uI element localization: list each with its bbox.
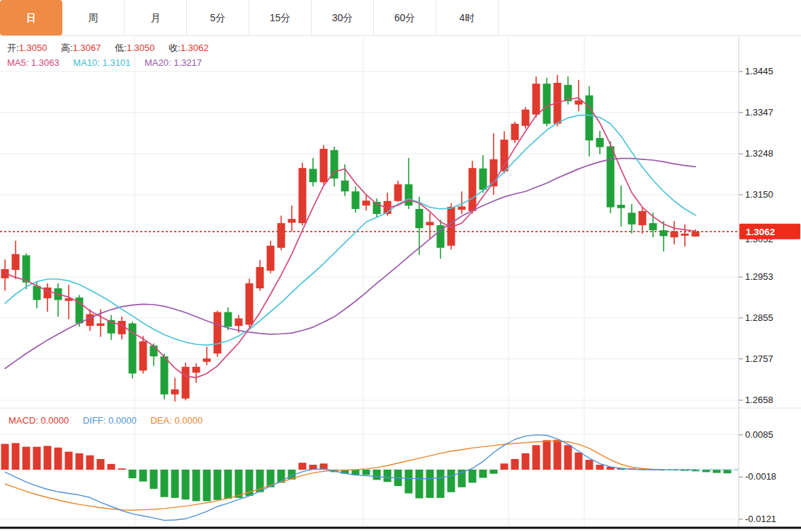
macd-bar xyxy=(564,445,572,470)
period-gridlines xyxy=(135,37,584,526)
candle xyxy=(341,181,349,191)
ma5-value: 1.3063 xyxy=(31,57,59,68)
tab-30min[interactable]: 30分 xyxy=(312,0,374,35)
macd-bar xyxy=(373,470,381,480)
period-tabbar: 日 周 月 5分 15分 30分 60分 4时 xyxy=(0,0,801,36)
low-label: 低: xyxy=(115,43,127,53)
macd-bar xyxy=(12,443,20,470)
macd-bar xyxy=(118,468,126,470)
candle xyxy=(12,254,20,270)
panel-borders xyxy=(0,37,801,529)
candle xyxy=(681,234,689,236)
macd-bar xyxy=(203,470,211,501)
macd-axis-labels: 0.0085-0.0018-0.0121 xyxy=(739,429,776,524)
macd-bar xyxy=(171,470,179,498)
ma10-value: 1.3101 xyxy=(103,57,131,68)
tab-day[interactable]: 日 xyxy=(0,0,62,35)
candle xyxy=(193,367,200,373)
candle xyxy=(97,324,105,327)
tab-month[interactable]: 月 xyxy=(125,0,187,35)
macd-bar xyxy=(533,445,540,470)
candle xyxy=(235,318,243,326)
macd-bar xyxy=(363,470,370,475)
macd-bar xyxy=(55,448,62,470)
macd-histogram xyxy=(1,440,732,502)
candle xyxy=(533,84,540,115)
price-axis-tick: 1.3248 xyxy=(745,148,773,159)
macd-bar xyxy=(193,470,200,501)
price-axis-tick: 1.2757 xyxy=(745,353,773,364)
tab-week[interactable]: 周 xyxy=(62,0,125,35)
macd-bar xyxy=(469,470,477,482)
macd-bar xyxy=(86,455,94,470)
price-axis-tick: 1.2855 xyxy=(745,312,773,323)
macd-bar xyxy=(76,453,84,470)
macd-bar xyxy=(405,470,413,494)
candle xyxy=(596,138,604,147)
open-label: 开: xyxy=(7,43,19,53)
tab-5min[interactable]: 5分 xyxy=(187,0,249,35)
tab-60min[interactable]: 60分 xyxy=(374,0,436,35)
ma20-label: MA20: xyxy=(144,57,171,68)
candle xyxy=(394,184,402,201)
last-price-badge: 1.3062 xyxy=(739,224,800,239)
tabbar-filler xyxy=(499,0,801,35)
open-value: 1.3050 xyxy=(19,43,47,53)
candle xyxy=(618,205,625,208)
candle xyxy=(671,232,678,237)
ma-readout: MA5: 1.3063 MA10: 1.3101 MA20: 1.3217 xyxy=(7,57,213,68)
candle xyxy=(639,211,647,225)
macd-bar xyxy=(448,470,455,492)
macd-bar xyxy=(1,444,9,470)
macd-bar xyxy=(299,463,307,470)
chart-canvas[interactable]: 1.34451.33471.32481.31501.30521.29531.28… xyxy=(0,0,801,532)
candle xyxy=(23,255,30,282)
candle xyxy=(469,168,477,211)
macd-bar xyxy=(522,453,530,470)
diff-value: 0.0000 xyxy=(108,415,137,426)
ma10-label: MA10: xyxy=(73,57,100,68)
macd-bar xyxy=(182,470,190,499)
macd-bar xyxy=(575,453,583,470)
candle xyxy=(161,356,169,395)
ma20-line xyxy=(5,159,695,369)
high-label: 高: xyxy=(61,43,73,53)
candle xyxy=(256,267,264,288)
macd-bar xyxy=(129,470,137,478)
macd-value: 0.0000 xyxy=(41,415,69,426)
dea-value: 0.0000 xyxy=(174,415,203,426)
dea-line xyxy=(5,441,695,511)
candle xyxy=(86,315,94,327)
low-value: 1.3050 xyxy=(127,43,155,53)
macd-bar xyxy=(554,440,562,470)
candle xyxy=(522,110,530,126)
macd-bar xyxy=(384,470,392,482)
price-axis-tick: 1.3150 xyxy=(745,189,773,200)
macd-bar xyxy=(479,470,487,478)
macd-bar xyxy=(586,460,593,470)
last-price-badge-value: 1.3062 xyxy=(746,227,775,237)
candle xyxy=(607,147,615,208)
macd-axis-tick: -0.0121 xyxy=(745,514,776,524)
candle xyxy=(331,150,339,179)
candle xyxy=(543,84,551,124)
macd-bar xyxy=(44,446,52,470)
macd-readout: MACD: 0.0000 DIFF: 0.0000 DEA: 0.0000 xyxy=(8,415,214,426)
tab-15min[interactable]: 15分 xyxy=(249,0,312,35)
candle xyxy=(203,358,211,362)
candle xyxy=(692,232,700,237)
macd-bar xyxy=(214,470,222,500)
candle xyxy=(416,209,424,228)
macd-bar xyxy=(543,440,551,470)
macd-bar xyxy=(108,464,115,470)
kline-chart-app: 1.34451.33471.32481.31501.30521.29531.28… xyxy=(0,0,801,532)
macd-bar xyxy=(426,470,434,498)
candle xyxy=(660,230,668,236)
macd-bar xyxy=(97,459,105,470)
candle xyxy=(140,341,147,370)
candle xyxy=(267,246,275,271)
tab-4hour[interactable]: 4时 xyxy=(436,0,499,35)
macd-bar xyxy=(161,470,169,497)
candle xyxy=(511,124,519,140)
candle xyxy=(586,96,593,141)
